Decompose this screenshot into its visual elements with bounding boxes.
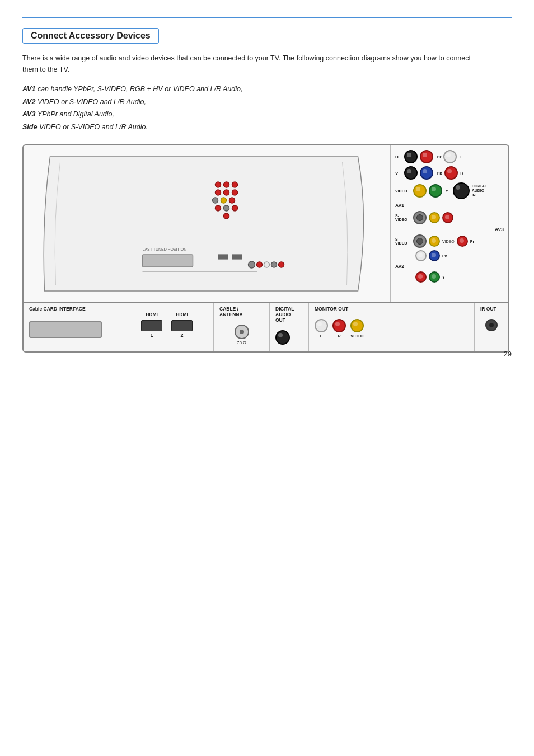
av1-panel-label: AV1 xyxy=(395,203,504,208)
av2-item: AV2 VIDEO or S-VIDEO and L/R Audio, xyxy=(22,96,512,109)
label-v: V xyxy=(395,171,402,176)
jack-r-top xyxy=(444,166,458,180)
av-list: AV1 can handle YPbPr, S-VIDEO, RGB + HV … xyxy=(22,83,512,133)
svideo-jack1 xyxy=(413,211,427,224)
jack-digital-audio-out xyxy=(275,330,290,345)
side-item: Side VIDEO or S-VIDEO and L/R Audio. xyxy=(22,121,512,134)
svg-point-18 xyxy=(249,261,255,268)
label-pb2: Pb xyxy=(442,254,447,258)
tv-back-svg: LAST TUNED POSITION xyxy=(24,145,390,302)
svg-rect-17 xyxy=(232,255,242,259)
side-label: Side xyxy=(22,123,37,131)
label-svideo1: S-VIDEO xyxy=(395,214,411,222)
label-pb-top: Pb xyxy=(437,171,442,176)
svg-point-11 xyxy=(232,205,238,211)
hdmi1-port xyxy=(141,320,162,331)
jack-l-top xyxy=(443,150,457,163)
svg-rect-13 xyxy=(143,255,193,267)
hdmi-section: HDMI 1 HDMI 2 xyxy=(135,303,214,351)
tv-back-bottom: Cable CARD INTERFACE HDMI 1 HDMI xyxy=(24,302,508,351)
jack-r2 xyxy=(415,271,427,283)
hdmi2-item: HDMI 2 xyxy=(171,312,193,338)
svg-rect-16 xyxy=(218,255,228,259)
jack-pr2 xyxy=(457,236,468,247)
label-y1: Y xyxy=(446,189,448,193)
tv-back-illustration: LAST TUNED POSITION xyxy=(22,144,509,353)
svg-point-8 xyxy=(229,198,235,203)
page-number: 29 xyxy=(504,350,512,358)
label-r-top: R xyxy=(460,171,463,176)
jack-monitor-r xyxy=(332,319,346,332)
diagram-wrapper: LAST TUNED POSITION xyxy=(22,144,512,353)
jack-pr-top xyxy=(420,150,433,163)
ir-out-label: IR OUT xyxy=(480,306,503,312)
svg-point-1 xyxy=(224,182,229,187)
hdmi2-label: HDMI xyxy=(176,312,188,317)
svg-point-3 xyxy=(216,190,221,195)
av3-desc: YPbPr and Digital Audio, xyxy=(38,110,114,118)
jack-av1-video xyxy=(429,212,440,223)
svg-text:LAST TUNED POSITION: LAST TUNED POSITION xyxy=(143,247,187,251)
av1-label: AV1 xyxy=(22,85,35,93)
svideo-jack2 xyxy=(413,234,427,248)
svg-point-6 xyxy=(213,198,218,203)
label-pr2: Pr xyxy=(470,240,474,243)
ohm-label: 75 Ω xyxy=(237,340,246,345)
svg-point-9 xyxy=(216,205,221,211)
av2-panel-label: AV2 xyxy=(395,264,504,269)
hdmi2-number: 2 xyxy=(180,332,183,338)
av1-desc: can handle YPbPr, S-VIDEO, RGB + HV or V… xyxy=(38,85,243,93)
jack-digital-audio-in xyxy=(453,182,470,199)
tv-back-main: LAST TUNED POSITION xyxy=(24,145,391,302)
digital-audio-out-label: DIGITALAUDIOOUT xyxy=(275,306,303,323)
title-box: Connect Accessory Devices xyxy=(22,28,159,44)
av3-item: AV3 YPbPr and Digital Audio, xyxy=(22,108,512,121)
jack-pb2 xyxy=(429,250,440,261)
av3-panel-label: AV3 xyxy=(495,227,504,232)
svg-point-19 xyxy=(257,262,263,267)
svg-point-20 xyxy=(264,262,270,267)
label-monitor-l: L xyxy=(320,334,323,339)
side-desc: VIDEO or S-VIDEO and L/R Audio. xyxy=(39,123,148,131)
hdmi1-number: 1 xyxy=(150,332,153,338)
coax-connector xyxy=(235,325,249,339)
antenna-section: CABLE /ANTENNA 75 Ω xyxy=(214,303,270,351)
ir-out-jack xyxy=(485,319,498,331)
label-video1: VIDEO xyxy=(395,189,411,193)
page-container: Connect Accessory Devices There is a wid… xyxy=(0,0,534,369)
label-digital-audio-in: DIGITALAUDIOIN xyxy=(472,184,487,197)
jack-video-pr xyxy=(429,236,440,247)
label-y2: Y xyxy=(442,275,445,279)
jack-pb-top xyxy=(420,166,433,180)
jack-v xyxy=(404,166,418,180)
cable-card-section: Cable CARD INTERFACE xyxy=(24,303,135,351)
page-title: Connect Accessory Devices xyxy=(31,31,151,40)
label-pr-top: Pr xyxy=(437,154,441,159)
svg-point-5 xyxy=(232,190,238,195)
label-l-top: L xyxy=(459,154,462,159)
tv-back-connectors-right: H Pr L V Pb R xyxy=(391,145,508,302)
monitor-out-label: MONITOR OUT xyxy=(315,306,469,312)
hdmi1-label: HDMI xyxy=(146,312,158,317)
jack-monitor-l xyxy=(315,319,328,332)
label-monitor-r: R xyxy=(338,334,340,339)
jack-monitor-video xyxy=(350,319,364,332)
hdmi1-item: HDMI 1 xyxy=(141,312,162,338)
svg-point-2 xyxy=(232,182,238,187)
av2-desc: VIDEO or S-VIDEO and L/R Audio, xyxy=(38,98,146,106)
jack-h xyxy=(404,150,418,163)
av2-label: AV2 xyxy=(22,98,35,106)
monitor-out-section: MONITOR OUT L R VIDEO xyxy=(309,303,475,351)
jack-video1 xyxy=(413,184,427,198)
label-video-small: VIDEO xyxy=(442,240,455,243)
cable-antenna-label: CABLE /ANTENNA xyxy=(219,306,264,317)
svg-point-7 xyxy=(221,198,227,203)
ir-out-section: IR OUT xyxy=(475,303,508,351)
label-h: H xyxy=(395,154,402,159)
label-svideo2: S-VIDEO xyxy=(395,237,411,245)
digital-audio-out-section: DIGITALAUDIOOUT xyxy=(270,303,309,351)
jack-y2 xyxy=(429,271,440,283)
av1-item: AV1 can handle YPbPr, S-VIDEO, RGB + HV … xyxy=(22,83,512,96)
hdmi2-port xyxy=(171,320,193,331)
top-border-line xyxy=(22,17,512,18)
